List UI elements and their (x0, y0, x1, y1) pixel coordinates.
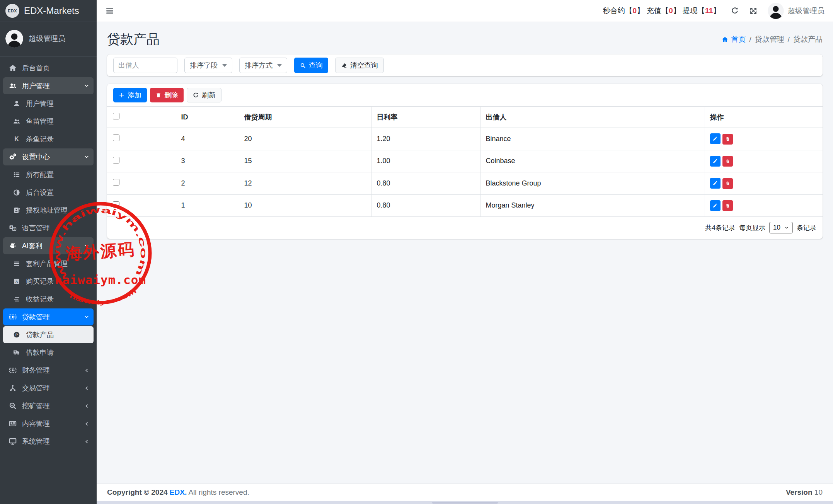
navbar-user[interactable]: 超级管理员 (768, 3, 824, 19)
sidebar-item-label: 语言管理 (22, 223, 90, 233)
sidebar-item-label: 后台首页 (22, 63, 90, 73)
plus-icon (119, 92, 125, 98)
sidebar-item-loan-products[interactable]: P 贷款产品 (3, 326, 94, 343)
trash-icon (725, 136, 730, 141)
top-navbar: 秒合约【0】 充值【0】 提现【11】 超级管理员 (97, 0, 833, 22)
table-toolbar: 添加 删除 刷新 (107, 84, 823, 106)
sidebar-item-label: 杀鱼记录 (26, 135, 90, 144)
sort-order-dropdown[interactable]: 排序方式 (239, 58, 287, 73)
select-all-checkbox[interactable] (113, 113, 119, 119)
sidebar-item-language[interactable]: A文 语言管理 (3, 220, 94, 237)
footer-brand-link[interactable]: EDX. (170, 488, 187, 496)
bottom-strip (97, 501, 833, 504)
share-nodes-icon (7, 384, 19, 392)
svg-text:文: 文 (13, 228, 15, 230)
brand-name: EDX-Markets (24, 5, 79, 16)
sidebar-item-content-mgmt[interactable]: 内容管理 (3, 415, 94, 432)
sidebar-item-trade-mgmt[interactable]: 交易管理 (3, 380, 94, 397)
sidebar-item-system-mgmt[interactable]: 系统管理 (3, 433, 94, 450)
sidebar-item-all-config[interactable]: 所有配置 (3, 166, 94, 183)
footer-version: Version 10 (786, 488, 823, 497)
sidebar-item-label: 挖矿管理 (22, 401, 83, 410)
eraser-icon (341, 62, 348, 69)
sidebar-item-label: AI套利 (22, 241, 83, 250)
sidebar-item-label: 鱼苗管理 (26, 117, 90, 126)
sidebar-item-label: 系统管理 (22, 437, 83, 446)
cell-daily-rate: 1.20 (371, 128, 480, 150)
row-delete-button[interactable] (722, 178, 733, 189)
android-icon (7, 242, 19, 250)
sidebar-item-label: 财务管理 (22, 366, 83, 375)
breadcrumb-home-link[interactable]: 首页 (721, 34, 746, 44)
caret-down-icon (277, 64, 282, 67)
refresh-button[interactable]: 刷新 (187, 88, 221, 102)
sidebar-item-loan-applications[interactable]: 借款申请 (3, 344, 94, 361)
sidebar-item-dashboard[interactable]: 后台首页 (3, 60, 94, 77)
edit-button[interactable] (710, 200, 721, 211)
search-button[interactable]: 查询 (294, 58, 328, 73)
sidebar-item-label: 授权地址管理 (26, 206, 90, 215)
navbar-user-name: 超级管理员 (788, 6, 824, 16)
sidebar-item-backend-settings[interactable]: 后台设置 (3, 184, 94, 201)
font-square-icon: A (11, 278, 22, 285)
sidebar-item-arbitrage-products[interactable]: 套利产品管理 (3, 255, 94, 272)
row-delete-button[interactable] (722, 156, 733, 167)
sidebar-item-purchase-records[interactable]: A 购买记录 (3, 273, 94, 290)
fullscreen-icon[interactable] (749, 7, 758, 15)
sidebar-item-user-mgmt-group[interactable]: 用户管理 (3, 77, 94, 94)
sidebar-item-mining-mgmt[interactable]: 挖矿管理 (3, 397, 94, 414)
stat-value: 0 (633, 7, 637, 15)
add-button[interactable]: 添加 (113, 88, 147, 102)
delete-button[interactable]: 删除 (150, 88, 184, 102)
row-delete-button[interactable] (722, 134, 733, 145)
brand[interactable]: EDX EDX-Markets (0, 0, 97, 22)
table-row: 3 15 1.00 Coinbase (107, 150, 823, 172)
row-delete-button[interactable] (722, 200, 733, 211)
per-page-select[interactable]: 10 (769, 222, 793, 233)
sidebar-item-ai-arbitrage-group[interactable]: AI套利 (3, 237, 94, 254)
row-checkbox[interactable] (113, 135, 119, 141)
k-letter-icon: K (11, 135, 22, 143)
sidebar-item-label: 后台设置 (26, 188, 90, 197)
pencil-icon (712, 180, 718, 186)
table-row: 2 12 0.80 Blackstone Group (107, 172, 823, 195)
chevron-down-icon (83, 314, 90, 320)
breadcrumb-separator: / (788, 35, 790, 44)
svg-text:P: P (15, 333, 18, 337)
row-checkbox[interactable] (113, 179, 119, 186)
lender-search-input[interactable] (113, 58, 177, 73)
sidebar-user-panel[interactable]: 超级管理员 (0, 22, 97, 56)
user-avatar (768, 3, 784, 19)
row-checkbox[interactable] (113, 201, 119, 208)
table-header-row: ID 借贷周期 日利率 出借人 操作 (107, 107, 823, 128)
sidebar-item-profit-records[interactable]: 收益记录 (3, 291, 94, 308)
sidebar-item-loan-mgmt-group[interactable]: 贷款管理 (3, 308, 94, 325)
pencil-icon (712, 158, 718, 164)
stream-icon (11, 295, 22, 303)
edit-button[interactable] (710, 178, 721, 189)
sidebar-item-label: 贷款产品 (26, 330, 90, 339)
row-checkbox[interactable] (113, 157, 119, 163)
svg-text:A: A (10, 225, 13, 229)
home-icon (721, 36, 729, 43)
hamburger-menu-icon[interactable] (105, 6, 114, 15)
sidebar-item-settings-group[interactable]: 设置中心 (3, 148, 94, 165)
edit-button[interactable] (710, 156, 721, 167)
sidebar-item-auth-address[interactable]: 授权地址管理 (3, 202, 94, 219)
clear-search-button[interactable]: 清空查询 (335, 58, 384, 73)
page-title: 贷款产品 (107, 31, 160, 48)
sidebar-item-fry-mgmt[interactable]: 鱼苗管理 (3, 113, 94, 130)
refresh-icon[interactable] (731, 7, 739, 15)
sidebar-item-finance-mgmt[interactable]: 财务管理 (3, 362, 94, 379)
sidebar-item-users[interactable]: 用户管理 (3, 95, 94, 112)
sidebar-item-label: 内容管理 (22, 419, 83, 428)
sidebar-item-label: 设置中心 (22, 152, 83, 162)
truck-icon (11, 349, 22, 356)
chevron-left-icon (83, 403, 90, 409)
scrollbar-thumb[interactable] (432, 502, 498, 504)
edit-button[interactable] (710, 133, 721, 144)
sidebar-item-kill-records[interactable]: K 杀鱼记录 (3, 131, 94, 148)
sort-field-dropdown[interactable]: 排序字段 (184, 58, 232, 73)
chevron-down-icon (83, 83, 90, 89)
breadcrumb-section: 贷款管理 (755, 34, 784, 44)
